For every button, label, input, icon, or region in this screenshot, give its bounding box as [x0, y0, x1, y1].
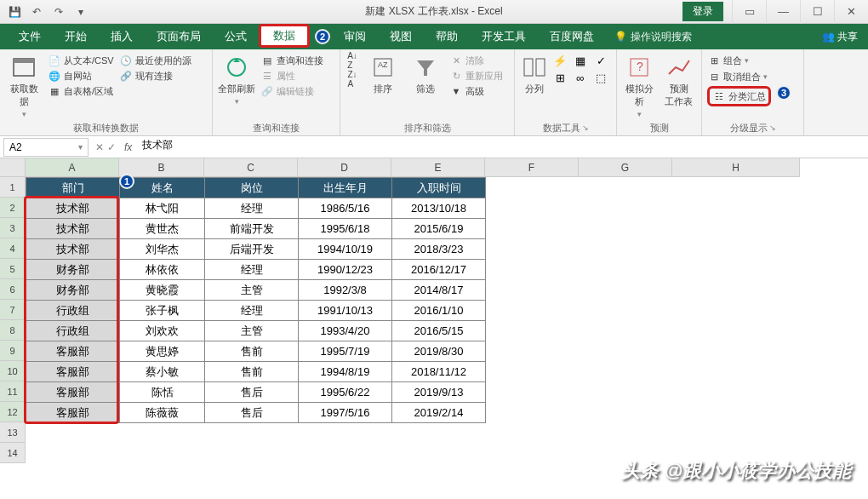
datamodel-icon[interactable]: ⬚: [594, 71, 608, 84]
tab-pagelayout[interactable]: 页面布局: [145, 24, 213, 49]
spreadsheet-grid[interactable]: ABCDEFGH 1234567891011121314 部门姓名岗位出生年月入…: [0, 158, 868, 499]
select-all-corner[interactable]: [0, 158, 26, 177]
cell[interactable]: 客服部: [26, 382, 120, 403]
rowhead-11[interactable]: 11: [0, 381, 25, 402]
cell[interactable]: 前端开发: [205, 219, 299, 239]
rowhead-7[interactable]: 7: [0, 300, 25, 320]
refresh-all-button[interactable]: 全部刷新 ▾: [218, 54, 255, 106]
cell[interactable]: 陈薇薇: [120, 403, 205, 423]
cell[interactable]: 技术部: [26, 239, 120, 260]
cell[interactable]: 黄晓霞: [120, 280, 205, 301]
cell[interactable]: 张子枫: [120, 301, 205, 321]
qat-dropdown-icon[interactable]: ▾: [73, 4, 89, 20]
cell[interactable]: 财务部: [26, 260, 120, 280]
cell[interactable]: 1995/7/19: [299, 341, 392, 362]
cell[interactable]: 经理: [205, 301, 299, 321]
cell[interactable]: 1994/8/19: [299, 362, 392, 382]
cell[interactable]: 2019/2/14: [392, 403, 486, 423]
rowhead-3[interactable]: 3: [0, 218, 25, 238]
cell[interactable]: 售前: [205, 362, 299, 382]
remove-dup-icon[interactable]: ▦: [574, 54, 587, 67]
queries-connections[interactable]: ▤查询和连接: [260, 54, 323, 67]
recent-sources[interactable]: 🕓最近使用的源: [119, 54, 191, 67]
cell[interactable]: 林依依: [120, 260, 205, 280]
ungroup-rows[interactable]: ⊟取消组合 ▾: [707, 70, 771, 83]
cell[interactable]: 主管: [205, 280, 299, 301]
cell[interactable]: 售前: [205, 341, 299, 362]
flash-fill-icon[interactable]: ⚡: [553, 54, 567, 67]
get-data-button[interactable]: 获取数 据 ▾: [5, 54, 43, 118]
cell[interactable]: 售后: [205, 403, 299, 423]
sort-asc[interactable]: A↓Z: [345, 54, 359, 67]
rowhead-5[interactable]: 5: [0, 259, 25, 279]
sort-button[interactable]: AZ 排序: [364, 54, 402, 95]
cell[interactable]: 2016/12/17: [392, 260, 486, 280]
rowhead-13[interactable]: 13: [0, 422, 25, 443]
validation-icon[interactable]: ✓: [594, 54, 608, 67]
colhead-F[interactable]: F: [485, 158, 579, 176]
subtotal-button[interactable]: ☷分类汇总: [707, 86, 771, 106]
cell[interactable]: 1986/5/16: [299, 198, 392, 219]
table-header[interactable]: 岗位: [205, 178, 299, 198]
rowhead-9[interactable]: 9: [0, 341, 25, 361]
cell[interactable]: 售后: [205, 382, 299, 403]
cell[interactable]: 经理: [205, 198, 299, 219]
cell[interactable]: 技术部: [26, 219, 120, 239]
relations-icon[interactable]: ∞: [574, 71, 587, 84]
cell[interactable]: 刘欢欢: [120, 321, 205, 341]
from-web[interactable]: 🌐自网站: [48, 69, 114, 83]
dialog-launcher-icon[interactable]: ↘: [582, 123, 589, 132]
cell[interactable]: 1993/4/20: [299, 321, 392, 341]
cell[interactable]: 客服部: [26, 341, 120, 362]
filter-button[interactable]: 筛选: [407, 54, 444, 95]
cell[interactable]: 客服部: [26, 403, 120, 423]
cell[interactable]: 林弋阳: [120, 198, 205, 219]
tab-home[interactable]: 开始: [53, 24, 99, 49]
colhead-C[interactable]: C: [204, 158, 298, 176]
cell[interactable]: 技术部: [26, 198, 120, 219]
tab-view[interactable]: 视图: [378, 24, 424, 49]
cell[interactable]: 1995/6/18: [299, 219, 392, 239]
cell[interactable]: 财务部: [26, 280, 120, 301]
formula-input[interactable]: 技术部: [137, 138, 868, 157]
save-icon[interactable]: 💾: [7, 4, 22, 20]
group-rows[interactable]: ⊞组合 ▾: [707, 54, 771, 67]
sort-desc[interactable]: Z↓A: [345, 72, 359, 86]
cell[interactable]: 行政组: [26, 321, 120, 341]
clear-filter[interactable]: ✕清除: [449, 54, 503, 67]
cell[interactable]: 1990/12/23: [299, 260, 392, 280]
login-button[interactable]: 登录: [682, 2, 723, 21]
properties[interactable]: ☰属性: [260, 69, 323, 83]
ribbon-options-icon[interactable]: ▭: [732, 0, 766, 24]
from-table-range[interactable]: ▦自表格/区域: [48, 84, 114, 98]
reapply-filter[interactable]: ↻重新应用: [449, 69, 503, 83]
cell[interactable]: 2014/8/17: [392, 280, 486, 301]
advanced-filter[interactable]: ▼高级: [449, 84, 503, 98]
table-header[interactable]: 入职时间: [392, 178, 486, 198]
share-button[interactable]: 👥 共享: [822, 30, 858, 44]
colhead-A[interactable]: A: [26, 158, 119, 176]
cell[interactable]: 1994/10/19: [299, 239, 392, 260]
rowhead-12[interactable]: 12: [0, 402, 25, 422]
tab-formulas[interactable]: 公式: [213, 24, 259, 49]
rowhead-14[interactable]: 14: [0, 443, 25, 463]
cell[interactable]: 2018/11/12: [392, 362, 486, 382]
table-header[interactable]: 部门: [26, 178, 120, 198]
cell[interactable]: 客服部: [26, 362, 120, 382]
cell[interactable]: 2019/9/13: [392, 382, 486, 403]
tab-review[interactable]: 审阅: [332, 24, 378, 49]
table-header[interactable]: 出生年月: [299, 178, 392, 198]
rowhead-1[interactable]: 1: [0, 177, 25, 198]
tab-help[interactable]: 帮助: [424, 24, 470, 49]
cell[interactable]: 陈恬: [120, 382, 205, 403]
rowhead-10[interactable]: 10: [0, 361, 25, 381]
cell[interactable]: 1995/6/22: [299, 382, 392, 403]
cell[interactable]: 经理: [205, 260, 299, 280]
cell[interactable]: 2016/1/10: [392, 301, 486, 321]
cell[interactable]: 1991/10/13: [299, 301, 392, 321]
cell[interactable]: 1997/5/16: [299, 403, 392, 423]
cell[interactable]: 2016/5/15: [392, 321, 486, 341]
colhead-B[interactable]: B: [119, 158, 204, 176]
from-text-csv[interactable]: 📄从文本/CSV: [48, 54, 114, 67]
tab-file[interactable]: 文件: [7, 24, 53, 49]
